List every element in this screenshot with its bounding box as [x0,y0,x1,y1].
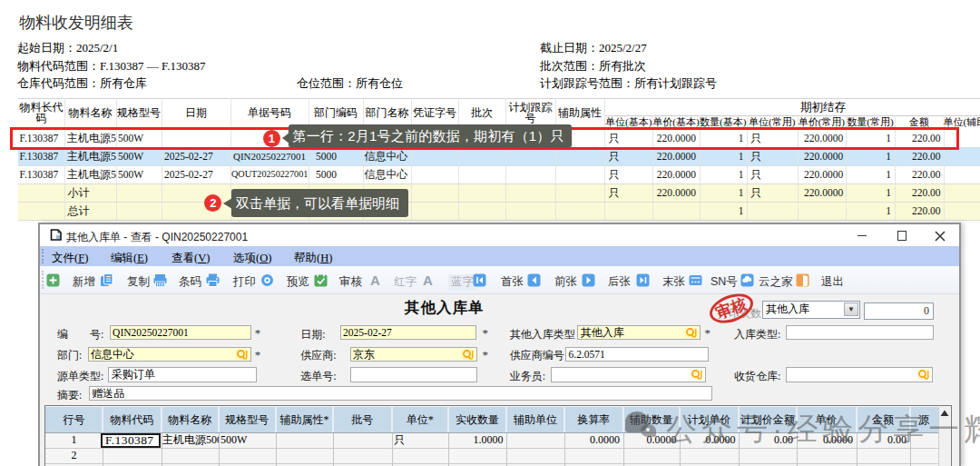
svg-text:A: A [370,273,380,287]
svg-text:A: A [423,273,433,287]
